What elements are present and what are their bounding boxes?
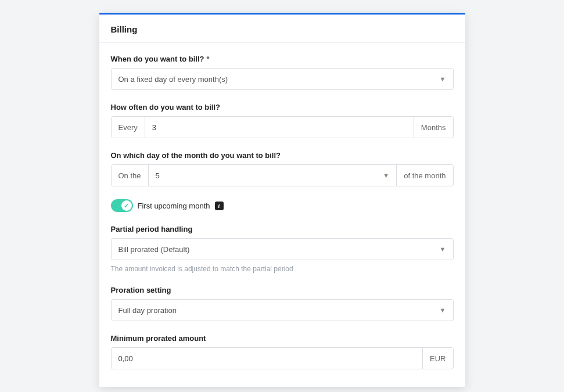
label-text: When do you want to bill?	[111, 55, 204, 63]
partial-period-label: Partial period handling	[111, 225, 454, 233]
which-day-select[interactable]: 5 ▼	[149, 165, 397, 186]
partial-period-select[interactable]: Bill prorated (Default) ▼	[111, 238, 454, 260]
which-day-input-row: On the 5 ▼ of the month	[111, 164, 454, 186]
card-header: Billing	[99, 15, 465, 43]
min-prorated-currency: EUR	[422, 348, 452, 369]
proration-setting-label: Proration setting	[111, 286, 454, 294]
min-prorated-label: Minimum prorated amount	[111, 334, 454, 343]
proration-setting-group: Proration setting Full day proration ▼	[111, 286, 454, 321]
how-often-input-row: Every 3 Months	[111, 116, 454, 138]
chevron-down-icon: ▼	[440, 75, 446, 82]
which-day-suffix: of the month	[396, 165, 452, 186]
how-often-suffix: Months	[414, 117, 453, 138]
partial-period-group: Partial period handling Bill prorated (D…	[111, 225, 454, 273]
required-marker: *	[207, 55, 210, 63]
when-to-bill-select[interactable]: On a fixed day of every month(s) ▼	[111, 68, 454, 90]
first-upcoming-row: ✓ First upcoming month i	[111, 199, 454, 212]
how-often-group: How often do you want to bill? Every 3 M…	[111, 103, 454, 138]
min-prorated-input[interactable]: 0,00	[112, 348, 423, 369]
page-title: Billing	[111, 24, 454, 34]
select-value: Bill prorated (Default)	[118, 245, 190, 254]
chevron-down-icon: ▼	[440, 246, 446, 253]
chevron-down-icon: ▼	[383, 172, 389, 179]
select-value: 5	[156, 171, 160, 180]
first-upcoming-label: First upcoming month	[138, 202, 210, 210]
how-often-prefix: Every	[112, 117, 145, 138]
card-body: When do you want to bill? * On a fixed d…	[99, 43, 465, 369]
min-prorated-input-row: 0,00 EUR	[111, 347, 454, 369]
which-day-group: On which day of the month do you want to…	[111, 151, 454, 186]
when-to-bill-group: When do you want to bill? * On a fixed d…	[111, 55, 454, 90]
min-prorated-group: Minimum prorated amount 0,00 EUR	[111, 334, 454, 369]
which-day-label: On which day of the month do you want to…	[111, 151, 454, 160]
partial-period-helper: The amount invoiced is adjusted to match…	[111, 265, 454, 273]
select-value: Full day proration	[118, 306, 177, 315]
how-often-input[interactable]: 3	[145, 117, 414, 138]
proration-setting-select[interactable]: Full day proration ▼	[111, 299, 454, 321]
select-value: On a fixed day of every month(s)	[118, 75, 228, 84]
chevron-down-icon: ▼	[440, 307, 446, 314]
which-day-prefix: On the	[112, 165, 149, 186]
when-to-bill-label: When do you want to bill? *	[111, 55, 454, 63]
info-icon[interactable]: i	[215, 202, 224, 210]
toggle-knob: ✓	[121, 200, 132, 211]
how-often-label: How often do you want to bill?	[111, 103, 454, 112]
first-upcoming-toggle[interactable]: ✓	[111, 199, 133, 212]
billing-card: Billing When do you want to bill? * On a…	[99, 13, 465, 387]
